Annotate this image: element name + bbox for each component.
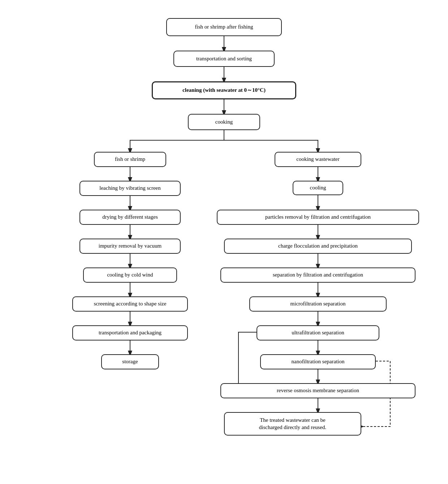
- nanofiltration-label: nanofiltration separation: [291, 358, 344, 365]
- treated-wastewater-label: The treated wastewater can be discharged…: [259, 417, 326, 431]
- cooking-box: cooking: [188, 114, 260, 130]
- transportation-sorting-box: transportation and sorting: [173, 51, 275, 67]
- transport-packaging-box: transportation and packaging: [72, 325, 188, 340]
- cleaning-label: cleaning (with seawater at 0～10°C): [182, 87, 266, 94]
- treated-wastewater-box: The treated wastewater can be discharged…: [224, 412, 361, 436]
- fish-shrimp-branch-label: fish or shrimp: [115, 156, 145, 163]
- drying-label: drying by different stages: [102, 214, 158, 221]
- separation-filtration-box: separation by filtration and centrifugat…: [220, 267, 415, 283]
- storage-label: storage: [122, 358, 138, 365]
- storage-box: storage: [101, 354, 159, 369]
- separation-filtration-label: separation by filtration and centrifugat…: [273, 271, 363, 279]
- leaching-label: leaching by vibrating screen: [99, 185, 161, 192]
- ultrafiltration-box: ultrafiltration separation: [257, 325, 379, 340]
- cooking-wastewater-label: cooking wastewater: [296, 156, 340, 163]
- cooling-wind-box: cooling by cold wind: [83, 267, 177, 283]
- particles-removal-box: particles removal by filtration and cent…: [217, 210, 419, 225]
- cleaning-box: cleaning (with seawater at 0～10°C): [152, 81, 296, 99]
- cooling-wind-label: cooling by cold wind: [107, 271, 153, 279]
- fish-shrimp-branch-box: fish or shrimp: [94, 152, 166, 167]
- microfiltration-label: microfiltration separation: [290, 300, 346, 308]
- impurity-box: impurity removal by vacuum: [79, 239, 181, 254]
- transport-packaging-label: transportation and packaging: [99, 329, 161, 337]
- charge-flocculation-box: charge flocculation and precipitation: [224, 239, 412, 254]
- fish-shrimp-after-fishing-box: fish or shrimp after fishing: [166, 18, 282, 36]
- screening-box: screening according to shape size: [72, 296, 188, 312]
- cooking-wastewater-box: cooking wastewater: [275, 152, 361, 167]
- reverse-osmosis-label: reverse osmosis membrane separation: [277, 387, 359, 394]
- flowchart: fish or shrimp after fishing transportat…: [43, 7, 405, 470]
- drying-box: drying by different stages: [79, 210, 181, 225]
- charge-flocculation-label: charge flocculation and precipitation: [278, 243, 358, 250]
- cooking-label: cooking: [215, 119, 233, 126]
- transportation-sorting-label: transportation and sorting: [196, 55, 252, 63]
- cooling-box: cooling: [293, 181, 343, 195]
- cooling-label: cooling: [310, 184, 326, 192]
- nanofiltration-box: nanofiltration separation: [260, 354, 376, 369]
- impurity-label: impurity removal by vacuum: [99, 243, 162, 250]
- ultrafiltration-label: ultrafiltration separation: [292, 329, 344, 337]
- leaching-box: leaching by vibrating screen: [79, 181, 181, 196]
- screening-label: screening according to shape size: [94, 300, 167, 308]
- microfiltration-box: microfiltration separation: [249, 296, 387, 312]
- reverse-osmosis-box: reverse osmosis membrane separation: [220, 383, 415, 398]
- fish-shrimp-after-fishing-label: fish or shrimp after fishing: [195, 23, 253, 31]
- particles-removal-label: particles removal by filtration and cent…: [265, 214, 371, 221]
